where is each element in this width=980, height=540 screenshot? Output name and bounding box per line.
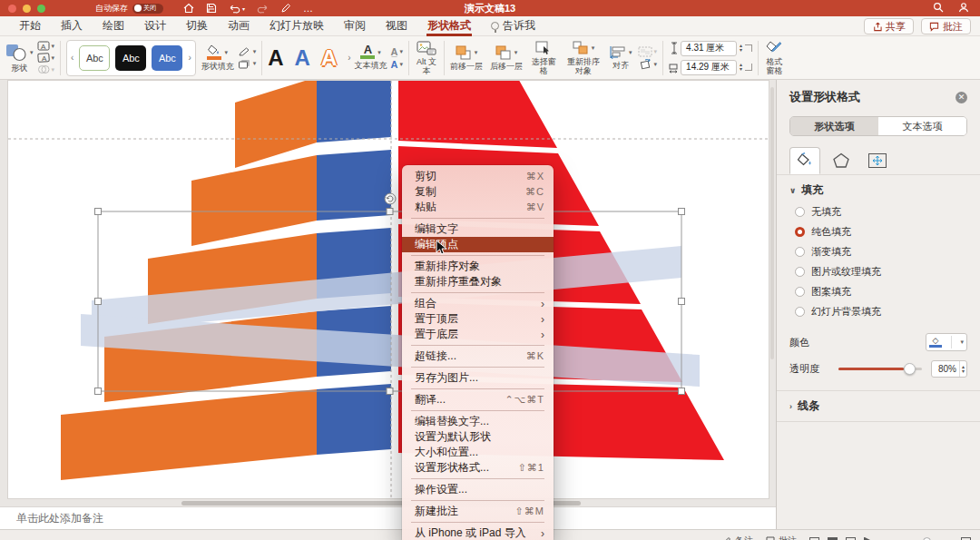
fill-option-5[interactable]: 幻灯片背景填充 <box>795 305 967 319</box>
vertical-scrollbar[interactable] <box>770 87 774 359</box>
text-outline-button[interactable]: A̲▾ <box>391 46 403 57</box>
fill-section-header[interactable]: ∨ 填充 <box>789 175 967 205</box>
shape-fill-button[interactable]: ▾ 形状填充 <box>201 44 234 71</box>
reading-view-button[interactable] <box>846 537 856 540</box>
format-pane-button[interactable]: 格式窗格 <box>764 41 784 75</box>
home-icon[interactable] <box>183 3 194 14</box>
tab-审阅[interactable]: 审阅 <box>334 16 376 36</box>
tab-动画[interactable]: 动画 <box>218 16 260 36</box>
height-stepper[interactable]: ▴▾ <box>740 44 742 53</box>
wordart-style-1[interactable]: A <box>268 47 283 69</box>
account-icon[interactable] <box>958 0 969 16</box>
fill-option-2[interactable]: 渐变填充 <box>795 245 967 259</box>
reorder-objects-button[interactable]: ▾ 重新排序对象 <box>564 41 603 75</box>
fill-option-1[interactable]: 纯色填充 <box>795 225 967 239</box>
align-button[interactable]: ▾ 对齐 <box>610 46 632 70</box>
effects-tab[interactable] <box>826 147 857 174</box>
share-button[interactable]: 共享 <box>864 18 914 34</box>
shape-height-input[interactable]: 4.31 厘米 <box>681 41 737 56</box>
slide-sorter-view-button[interactable] <box>828 537 838 540</box>
shape-outline-button[interactable]: ▾ <box>238 47 257 57</box>
zoom-slider-thumb[interactable] <box>923 537 931 540</box>
wordart-next-icon[interactable]: › <box>348 53 350 63</box>
tab-视图[interactable]: 视图 <box>376 16 417 36</box>
menu-item-cut[interactable]: 剪切⌘X <box>402 169 554 184</box>
autosave-toggle[interactable]: 自动保存 关闭 <box>95 3 163 15</box>
text-fill-button[interactable]: A ▾ 文本填充 <box>355 45 387 70</box>
wordart-style-2[interactable]: A <box>295 47 310 69</box>
shape-style-swatch-1[interactable]: Abc <box>79 45 110 71</box>
tab-形状格式[interactable]: 形状格式 <box>417 16 481 36</box>
shape-style-swatch-2[interactable]: Abc <box>115 45 146 71</box>
menu-item-translate[interactable]: 翻译...⌃⌥⌘T <box>402 392 554 407</box>
fit-to-window-button[interactable] <box>961 537 971 540</box>
menu-item-set-default-shape[interactable]: 设置为默认形状 <box>402 429 554 445</box>
fill-option-4[interactable]: 图案填充 <box>795 285 967 299</box>
menu-item-action-settings[interactable]: 操作设置... <box>402 482 554 497</box>
fill-line-tab[interactable] <box>789 147 820 174</box>
menu-item-group[interactable]: 组合› <box>402 296 554 311</box>
transparency-value-input[interactable]: 80% ▴▾ <box>931 360 967 378</box>
tab-绘图[interactable]: 绘图 <box>93 16 134 36</box>
menu-item-format-shape[interactable]: 设置形状格式...⇧⌘1 <box>402 460 554 476</box>
close-window-button[interactable] <box>8 5 16 13</box>
shape-effects-button[interactable]: ▾ <box>238 59 257 69</box>
menu-item-edit-text[interactable]: 编辑文字 <box>402 221 554 237</box>
send-backward-button[interactable]: ▾ 后移一层 <box>490 45 523 71</box>
transparency-stepper[interactable]: ▴▾ <box>959 361 966 377</box>
menu-item-size-position[interactable]: 大小和位置... <box>402 445 554 460</box>
autosave-switch[interactable]: 关闭 <box>132 4 163 14</box>
comments-toggle-button[interactable]: 批注 <box>766 535 797 540</box>
transparency-slider[interactable] <box>838 368 922 370</box>
menu-item-bring-to-front[interactable]: 置于顶层› <box>402 311 554 327</box>
minimize-window-button[interactable] <box>23 5 31 13</box>
menu-item-edit-points[interactable]: 编辑顶点 <box>402 237 554 252</box>
menu-item-copy[interactable]: 复制⌘C <box>402 184 554 200</box>
redo-icon[interactable] <box>257 3 269 14</box>
menu-item-new-comment[interactable]: 新建批注⇧⌘M <box>402 504 554 519</box>
fill-option-0[interactable]: 无填充 <box>795 205 967 219</box>
save-icon[interactable] <box>206 3 217 14</box>
undo-icon[interactable]: ▾ <box>229 3 245 14</box>
slideshow-button[interactable] <box>864 537 872 540</box>
text-box-button[interactable]: A▾ <box>37 41 55 51</box>
gallery-prev-icon[interactable]: ‹ <box>71 53 74 63</box>
alt-text-button[interactable]: Alt 文本 <box>415 41 438 75</box>
tab-开始[interactable]: 开始 <box>9 16 51 36</box>
menu-item-send-to-back[interactable]: 置于底层› <box>402 327 554 342</box>
fill-option-3[interactable]: 图片或纹理填充 <box>795 265 967 279</box>
comments-button[interactable]: 批注 <box>921 18 971 34</box>
menu-item-reorder-overlapping[interactable]: 重新排序重叠对象 <box>402 274 554 290</box>
menu-item-edit-alt-text[interactable]: 编辑替换文字... <box>402 414 554 429</box>
notes-toggle-button[interactable]: 备注 <box>722 535 753 540</box>
bring-forward-button[interactable]: ▾ 前移一层 <box>450 45 483 71</box>
transparency-slider-thumb[interactable] <box>904 363 916 375</box>
insert-shape-button[interactable]: ▾ 形状 <box>5 44 34 73</box>
zoom-window-button[interactable] <box>37 5 45 13</box>
selection-pane-button[interactable]: 选择窗格 <box>530 41 557 75</box>
tab-插入[interactable]: 插入 <box>51 16 93 36</box>
vertical-text-box-button[interactable]: A▾ <box>37 53 55 63</box>
wordart-style-3[interactable]: A <box>321 47 337 69</box>
shape-style-swatch-3[interactable]: Abc <box>152 45 182 71</box>
normal-view-button[interactable] <box>809 537 819 540</box>
shape-width-input[interactable]: 14.29 厘米 <box>681 60 737 75</box>
tab-shape-options[interactable]: 形状选项 <box>790 117 878 135</box>
tab-text-options[interactable]: 文本选项 <box>878 117 966 135</box>
menu-item-reorder-objects[interactable]: 重新排序对象 <box>402 259 554 274</box>
tab-设计[interactable]: 设计 <box>134 16 176 36</box>
tab-切换[interactable]: 切换 <box>176 16 218 36</box>
slide[interactable] <box>7 80 769 499</box>
text-effects-button[interactable]: A▾ <box>391 59 403 70</box>
panel-close-icon[interactable]: ✕ <box>956 92 967 103</box>
search-icon[interactable] <box>933 0 944 16</box>
fill-color-picker[interactable]: ◇ ▾ <box>926 333 967 351</box>
draw-icon[interactable] <box>280 3 291 14</box>
tab-幻灯片放映[interactable]: 幻灯片放映 <box>260 16 334 36</box>
gallery-next-icon[interactable]: › <box>188 53 191 63</box>
menu-item-import-iphone-ipad[interactable]: 从 iPhone 或 iPad 导入› <box>402 525 554 540</box>
menu-item-paste[interactable]: 粘贴⌘V <box>402 200 554 215</box>
menu-item-save-as-picture[interactable]: 另存为图片... <box>402 370 554 386</box>
width-stepper[interactable]: ▴▾ <box>740 63 742 72</box>
size-properties-tab[interactable] <box>862 147 893 174</box>
